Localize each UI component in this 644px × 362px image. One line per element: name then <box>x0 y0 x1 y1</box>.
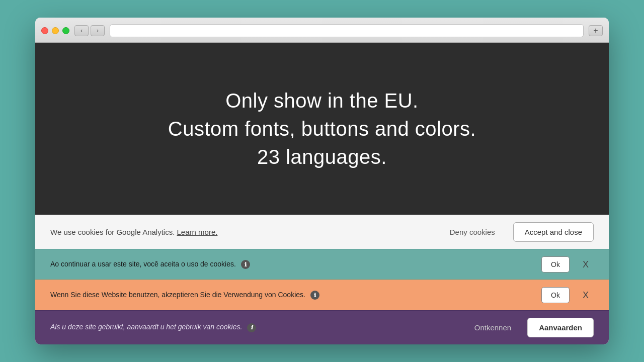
info-icon-3[interactable]: ℹ <box>310 291 319 300</box>
ok-button-3[interactable]: Ok <box>541 287 570 303</box>
close-button-2[interactable]: X <box>578 257 594 272</box>
hero-line3: 23 languages. <box>168 143 476 171</box>
minimize-window-button[interactable] <box>52 27 59 34</box>
cookie-message-1: We use cookies for Google Analytics. Lea… <box>50 228 432 236</box>
close-window-button[interactable] <box>41 27 48 34</box>
hero-line2: Custom fonts, buttons and colors. <box>168 115 476 143</box>
cookie-message-2: Ao continuar a usar este site, você acei… <box>50 260 533 269</box>
info-icon-4[interactable]: ℹ <box>247 323 256 332</box>
ok-button-2[interactable]: Ok <box>541 256 570 273</box>
cookie-bar-3: Wenn Sie diese Website benutzen, akzepti… <box>35 280 609 310</box>
traffic-lights <box>41 27 69 34</box>
nav-buttons: ‹ › <box>74 25 105 36</box>
cookie-text-4: Als u deze site gebruikt, aanvaardt u he… <box>50 323 242 331</box>
browser-content: Only show in the EU. Custom fonts, butto… <box>35 43 609 344</box>
new-tab-button[interactable]: + <box>589 25 603 36</box>
hero-line1: Only show in the EU. <box>168 86 476 115</box>
cookie-bar-2: Ao continuar a usar este site, você acei… <box>35 249 609 280</box>
browser-chrome: ‹ › + <box>35 18 609 43</box>
cookie-text-1: We use cookies for Google Analytics. <box>50 228 175 236</box>
back-button[interactable]: ‹ <box>74 25 89 36</box>
maximize-window-button[interactable] <box>62 27 69 34</box>
hero-text: Only show in the EU. Custom fonts, butto… <box>168 86 476 171</box>
browser-window: ‹ › + Only show in the EU. Custom fonts,… <box>35 18 609 344</box>
learn-more-link[interactable]: Learn more. <box>177 228 218 236</box>
cookie-bar-1: We use cookies for Google Analytics. Lea… <box>35 215 609 249</box>
close-button-3[interactable]: X <box>578 288 594 303</box>
cookie-bar-4: Als u deze site gebruikt, aanvaardt u he… <box>35 310 609 344</box>
ontkennen-button[interactable]: Ontkennen <box>466 319 519 336</box>
address-bar[interactable] <box>110 24 584 37</box>
hero-section: Only show in the EU. Custom fonts, butto… <box>35 43 609 215</box>
cookie-text-3: Wenn Sie diese Website benutzen, akzepti… <box>50 291 305 299</box>
aanvaarden-button[interactable]: Aanvaarden <box>527 318 594 337</box>
forward-button[interactable]: › <box>91 25 105 36</box>
cookie-message-3: Wenn Sie diese Website benutzen, akzepti… <box>50 291 533 300</box>
accept-close-button[interactable]: Accept and close <box>513 222 594 242</box>
info-icon-2[interactable]: ℹ <box>241 260 250 269</box>
cookie-text-2: Ao continuar a usar este site, você acei… <box>50 260 236 268</box>
cookie-message-4: Als u deze site gebruikt, aanvaardt u he… <box>50 323 458 332</box>
deny-cookies-button[interactable]: Deny cookies <box>442 224 503 240</box>
